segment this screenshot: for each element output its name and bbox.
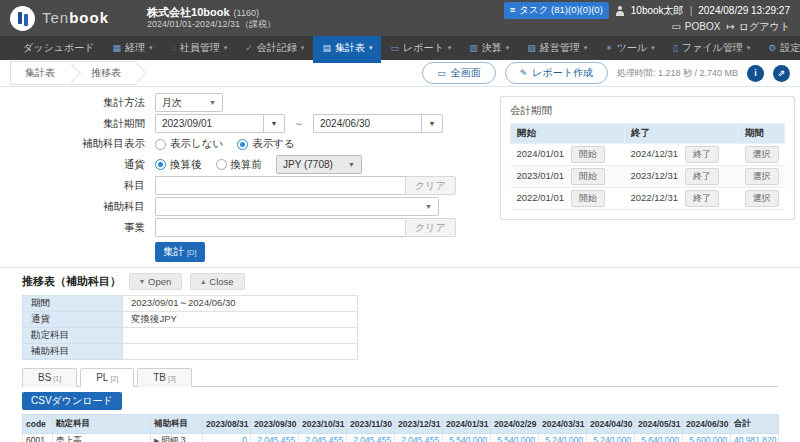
value-link-cell[interactable]: 5,240,000 xyxy=(587,434,635,442)
business-clear-button[interactable]: クリア xyxy=(405,218,456,237)
nav-item-reports[interactable]: ▭レポート▾ xyxy=(381,36,460,60)
chevron-down-icon: ▾ xyxy=(747,44,751,52)
value-link-cell[interactable]: 0 xyxy=(203,434,251,442)
tab-pl[interactable]: PL[2] xyxy=(80,368,134,387)
value-link-cell[interactable]: 40,981,820 xyxy=(731,434,779,442)
currency-option-after: 換算後 xyxy=(170,158,202,172)
account-clear-button[interactable]: クリア xyxy=(405,176,456,195)
period-select-button[interactable]: 選択 xyxy=(745,190,779,207)
fullscreen-button[interactable]: ▭全画面 xyxy=(422,62,496,84)
report-create-button[interactable]: ✎レポート作成 xyxy=(505,62,608,84)
value-link-cell[interactable]: 2,045,455 xyxy=(299,434,347,442)
nav-item-files[interactable]: ▯ファイル管理▾ xyxy=(664,36,759,60)
value-link-cell[interactable]: 2,045,455 xyxy=(251,434,299,442)
nav-item-tools[interactable]: ✶ツール▾ xyxy=(596,36,664,60)
expand-icon: ▶ xyxy=(154,437,159,442)
period-end-date: 2023/12/31 xyxy=(631,170,679,181)
period-select-cell: 選択 xyxy=(739,188,785,210)
business-label: 事業 xyxy=(0,221,155,235)
period-from-input[interactable]: 2023/09/01 xyxy=(155,114,263,133)
account-row: 6001売上高▶明細 302,045,4552,045,4552,045,455… xyxy=(23,434,779,442)
chevron-down-icon: ▾ xyxy=(651,44,655,52)
nav-item-employees[interactable]: ◌社員管理▾ xyxy=(161,36,236,60)
method-select[interactable]: 月次▼ xyxy=(155,93,223,112)
period-end-button[interactable]: 終了 xyxy=(685,168,719,185)
sub-display-option-hide: 表示しない xyxy=(170,137,223,151)
account-input[interactable] xyxy=(155,176,405,195)
nav-item-accounting[interactable]: ▦経理▾ xyxy=(103,36,161,60)
currency-radio-before[interactable] xyxy=(216,159,227,170)
logo-text: Ten xyxy=(42,9,69,26)
aggregate-button[interactable]: 集計[D] xyxy=(155,242,205,262)
tab-bs[interactable]: BS[1] xyxy=(22,368,77,387)
nav-item-label: ファイル管理 xyxy=(682,41,743,55)
column-header: 合計 xyxy=(731,415,779,434)
value-link-cell[interactable]: 5,640,000 xyxy=(635,434,683,442)
nav-item-management[interactable]: ▧経営管理▾ xyxy=(518,36,596,60)
chevron-down-icon: ▾ xyxy=(224,44,228,52)
currency-radio-after[interactable] xyxy=(155,159,166,170)
tab-tb[interactable]: TB[3] xyxy=(137,368,192,387)
period-start-button[interactable]: 開始 xyxy=(571,146,605,163)
task-badge[interactable]: ≡タスク (81)(0)(0)(0) xyxy=(504,2,609,18)
open-button[interactable]: ▾Open xyxy=(129,273,182,290)
tenbook-logo[interactable]: Tenbook xyxy=(10,6,109,31)
nav-item-summary[interactable]: ▤集計表▾ xyxy=(313,36,381,60)
value-link-cell[interactable]: 2,045,455 xyxy=(347,434,395,442)
value-link-cell[interactable]: 5,240,000 xyxy=(539,434,587,442)
period-start-date: 2022/01/01 xyxy=(517,192,565,203)
transition-table: code勘定科目補助科目2023/08/312023/09/302023/10/… xyxy=(22,414,779,442)
tab-shortcut: [1] xyxy=(53,375,61,382)
column-header: 2023/11/30 xyxy=(347,415,395,434)
transition-table-body: 6001売上高▶明細 302,045,4552,045,4552,045,455… xyxy=(23,434,779,442)
breadcrumb-item-summary[interactable]: 集計表 xyxy=(10,61,71,85)
user-name[interactable]: 10book太郎 xyxy=(631,3,684,18)
period-start-button[interactable]: 開始 xyxy=(571,190,605,207)
period-select-button[interactable]: 選択 xyxy=(745,146,779,163)
sub-display-radio-hide[interactable] xyxy=(155,139,166,150)
breadcrumb-bar: 集計表 推移表 ▭全画面 ✎レポート作成 処理時間: 1.218 秒 / 2.7… xyxy=(0,60,800,87)
sub-account-select[interactable]: ▼ xyxy=(155,197,439,216)
nav-item-label: 会計記録 xyxy=(257,41,297,55)
value-link-cell[interactable]: 5,540,000 xyxy=(491,434,539,442)
currency-select[interactable]: JPY (7708)▼ xyxy=(276,155,362,174)
value-link-cell[interactable]: 5,540,000 xyxy=(443,434,491,442)
close-button[interactable]: ▴Close xyxy=(190,273,244,290)
period-end-button[interactable]: 終了 xyxy=(685,146,719,163)
period-to-input[interactable]: 2024/06/30 xyxy=(313,114,421,133)
sub-display-radio-show[interactable] xyxy=(237,139,248,150)
info-icon: i xyxy=(754,68,757,78)
main-nav: ダッシュボード▦経理▾◌社員管理▾✓会計記録▾▤集計表▾▭レポート▾▥決算▾▧経… xyxy=(0,36,800,60)
csv-download-button[interactable]: CSVダウンロード xyxy=(22,392,122,410)
period-col-end: 終了 xyxy=(625,124,739,144)
period-end-button[interactable]: 終了 xyxy=(685,190,719,207)
link-icon: ⇗ xyxy=(778,68,786,78)
pobox-icon: ▭ xyxy=(671,19,680,34)
sub-account-cell[interactable]: ▶明細 3 xyxy=(151,434,203,442)
value-link-cell[interactable]: 5,600,000 xyxy=(683,434,731,442)
nav-item-records[interactable]: ✓会計記録▾ xyxy=(236,36,313,60)
accounting-period-title: 会計期間 xyxy=(510,104,785,118)
monitor-icon: ▭ xyxy=(437,68,446,78)
link-button[interactable]: ⇗ xyxy=(773,65,790,82)
chevron-down-icon: ▾ xyxy=(448,44,452,52)
chevron-down-icon: ▼ xyxy=(348,161,355,168)
period-row: 2022/01/01開始2022/12/31終了選択 xyxy=(511,188,785,210)
nav-item-settings[interactable]: ⚙設定▾ xyxy=(759,36,800,60)
nav-item-closing[interactable]: ▥決算▾ xyxy=(460,36,518,60)
period-start-date: 2024/01/01 xyxy=(517,148,565,159)
period-from-dropdown[interactable]: ▼ xyxy=(263,114,285,133)
currency-option-before: 換算前 xyxy=(231,158,263,172)
period-start-button[interactable]: 開始 xyxy=(571,168,605,185)
chevron-down-icon: ▼ xyxy=(209,99,216,106)
period-end-cell: 2022/12/31終了 xyxy=(625,188,739,210)
period-select-button[interactable]: 選択 xyxy=(745,168,779,185)
info-button[interactable]: i xyxy=(747,65,764,82)
value-link-cell[interactable]: 2,045,455 xyxy=(395,434,443,442)
business-input[interactable] xyxy=(155,218,405,237)
pobox-link[interactable]: ▭POBOX xyxy=(671,19,720,34)
period-to-dropdown[interactable]: ▼ xyxy=(421,114,443,133)
nav-item-dashboard[interactable]: ダッシュボード xyxy=(14,36,103,60)
logout-link[interactable]: ↦ログアウト xyxy=(726,19,790,34)
chart-icon: ▦ xyxy=(112,43,121,53)
